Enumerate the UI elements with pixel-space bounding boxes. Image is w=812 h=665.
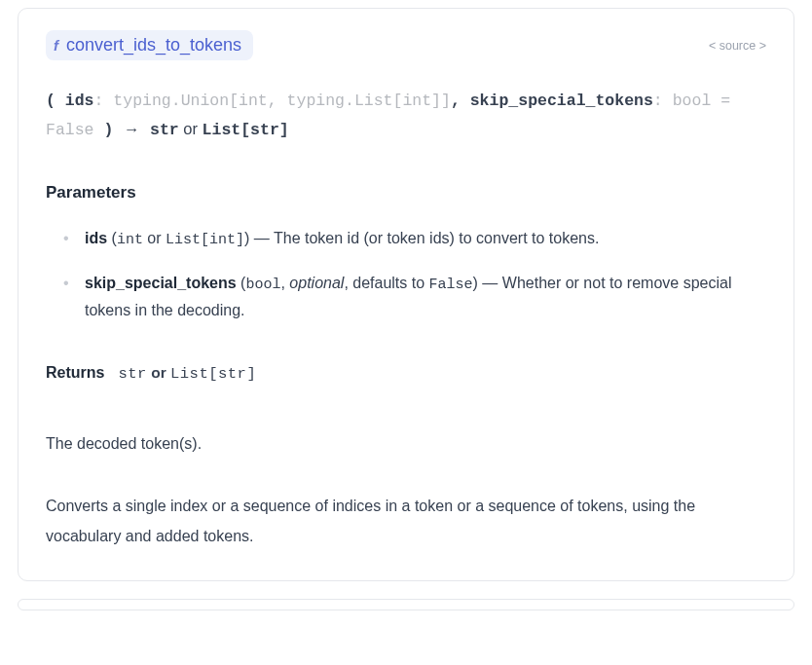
param-name: skip_special_tokens	[85, 275, 237, 291]
returns-or: or	[147, 364, 170, 381]
sig-open-paren: (	[46, 92, 55, 110]
param-default-prefix: , defaults to	[344, 275, 428, 291]
param-type: int	[117, 232, 143, 248]
sig-param-name: skip_special_tokens	[470, 92, 653, 110]
sig-comma: ,	[451, 92, 470, 110]
sig-sep: :	[94, 92, 114, 110]
parameters-heading: Parameters	[46, 183, 766, 203]
returns-description: The decoded token(s).	[46, 429, 766, 459]
sig-close-paren: )	[94, 121, 114, 139]
source-link[interactable]: < source >	[709, 39, 766, 53]
returns-row: Returns str or List[str]	[46, 364, 766, 383]
parameter-list: ids (int or List[int]) — The token id (o…	[46, 226, 766, 323]
param-paren: (	[237, 275, 246, 291]
function-icon: f	[54, 37, 58, 54]
parameter-item: skip_special_tokens (bool, optional, def…	[63, 271, 766, 323]
param-desc: The token id (or token ids) to convert t…	[274, 230, 599, 246]
param-name: ids	[85, 230, 107, 246]
returns-label: Returns	[46, 364, 104, 382]
function-signature: ( ids: typing.Union[int, typing.List[int…	[46, 88, 766, 144]
param-default: False	[429, 277, 473, 293]
parameter-item: ids (int or List[int]) — The token id (o…	[63, 226, 766, 253]
param-type: bool	[245, 277, 280, 293]
next-card-peek	[18, 599, 794, 610]
sig-or: or	[179, 120, 203, 137]
returns-type: str	[118, 365, 146, 383]
param-paren: ) —	[473, 275, 502, 291]
function-header: f convert_ids_to_tokens < source >	[46, 30, 766, 60]
param-optional: optional	[289, 275, 344, 291]
sig-arrow: →	[113, 121, 150, 139]
function-name: convert_ids_to_tokens	[66, 35, 241, 55]
returns-types: str or List[str]	[118, 364, 256, 383]
param-paren: ) —	[244, 230, 274, 246]
sig-param-type: typing.Union[int, typing.List[int]]	[113, 92, 451, 110]
param-comma: ,	[280, 275, 289, 291]
doc-container: f convert_ids_to_tokens < source > ( ids…	[0, 8, 812, 610]
param-or: or	[143, 230, 166, 246]
sig-param-name: ids	[65, 92, 94, 110]
param-type: List[int]	[166, 232, 244, 248]
function-doc-card: f convert_ids_to_tokens < source > ( ids…	[18, 8, 794, 581]
sig-return-type: str	[150, 121, 179, 139]
function-description: Converts a single index or a sequence of…	[46, 492, 766, 551]
function-badge[interactable]: f convert_ids_to_tokens	[46, 30, 253, 60]
sig-return-type: List[str]	[203, 121, 289, 139]
param-paren: (	[107, 230, 117, 246]
sig-sep: :	[653, 92, 673, 110]
returns-type: List[str]	[170, 365, 256, 383]
